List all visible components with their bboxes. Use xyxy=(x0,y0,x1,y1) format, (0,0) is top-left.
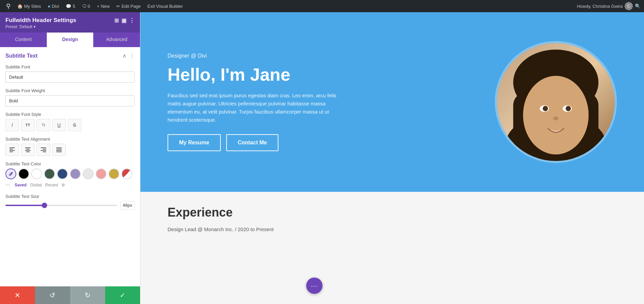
tab-content[interactable]: Content xyxy=(0,33,47,47)
gold-swatch[interactable] xyxy=(109,168,119,179)
plus-icon: + xyxy=(97,4,100,9)
layout-icon[interactable]: ⊞ xyxy=(114,17,119,24)
redo-button[interactable]: ↻ xyxy=(70,286,105,304)
tab-advanced[interactable]: Advanced xyxy=(93,33,140,47)
italic-button[interactable]: I xyxy=(5,119,19,131)
section-more-icon[interactable]: ⋮ xyxy=(129,53,135,59)
wp-logo-button[interactable]: ⚲ xyxy=(3,0,13,12)
svg-point-21 xyxy=(523,76,588,155)
red-swatch[interactable] xyxy=(121,168,132,179)
font-style-buttons: I TT Tt U S xyxy=(5,119,135,131)
experience-item-1: Design Lead @ Monarch Inc. / 2020 to Pre… xyxy=(168,226,617,232)
svg-rect-2 xyxy=(9,150,15,151)
black-swatch[interactable] xyxy=(18,168,29,179)
color-tab-global[interactable]: Global xyxy=(30,183,42,187)
white-swatch[interactable] xyxy=(31,168,42,179)
align-justify-button[interactable] xyxy=(52,144,66,156)
lavender-swatch[interactable] xyxy=(70,168,81,179)
color-settings-icon[interactable]: ⚙ xyxy=(61,183,65,187)
size-value[interactable]: 48px xyxy=(120,201,135,209)
house-icon: 🏠 xyxy=(17,4,23,9)
divi-icon: ● xyxy=(48,4,51,9)
color-swatches xyxy=(5,168,135,179)
capitalize-button[interactable]: Tt xyxy=(37,119,50,131)
search-icon[interactable]: 🔍 xyxy=(635,3,641,9)
pink-swatch[interactable] xyxy=(96,168,106,179)
svg-rect-4 xyxy=(25,147,31,148)
subtitle-color-label: Subtitle Text Color xyxy=(5,161,135,166)
svg-rect-9 xyxy=(43,149,46,149)
svg-rect-3 xyxy=(9,151,13,152)
subtitle-font-select[interactable]: Default Arial Georgia Helvetica Times Ne… xyxy=(5,72,135,83)
color-tab-recent[interactable]: Recent xyxy=(45,183,58,187)
svg-rect-5 xyxy=(26,149,30,149)
svg-rect-8 xyxy=(41,147,46,148)
svg-point-25 xyxy=(566,106,571,111)
uppercase-button[interactable]: TT xyxy=(21,119,35,131)
hero-buttons: My Resume Contact Me xyxy=(168,134,481,151)
svg-rect-6 xyxy=(25,150,31,151)
subtitle-size-group: Subtitle Text Size 48px xyxy=(5,194,135,209)
subtitle-color-group: Subtitle Text Color xyxy=(5,161,135,188)
lightgray-swatch[interactable] xyxy=(83,168,94,179)
panel-title-text: Fullwidth Header Settings xyxy=(5,17,76,24)
align-right-button[interactable] xyxy=(37,144,50,156)
comment-icon: 🗨 xyxy=(82,4,86,9)
user-info: Howdy, Christina Gwira C 🔍 xyxy=(577,2,641,10)
comments-button[interactable]: 💬 5 xyxy=(63,0,78,12)
svg-rect-14 xyxy=(56,150,62,151)
eyedropper-swatch[interactable] xyxy=(5,168,16,179)
contact-me-button[interactable]: Contact Me xyxy=(226,134,278,151)
subtitle-alignment-group: Subtitle Text Alignment xyxy=(5,137,135,156)
svg-rect-11 xyxy=(43,151,46,152)
size-slider-row: 48px xyxy=(5,201,135,209)
strikethrough-button[interactable]: S xyxy=(68,119,81,131)
more-colors-icon[interactable]: ··· xyxy=(5,181,11,188)
collapse-icon[interactable]: ∧ xyxy=(122,53,126,59)
my-sites-button[interactable]: 🏠 My Sites xyxy=(15,0,44,12)
hero-section: Designer @ Divi Hello, I'm Jane Faucibus… xyxy=(140,12,644,192)
experience-section: Experience Design Lead @ Monarch Inc. / … xyxy=(140,192,644,304)
align-left-button[interactable] xyxy=(5,144,19,156)
panel-footer: ✕ ↺ ↻ ✓ xyxy=(0,286,140,304)
hero-title: Hello, I'm Jane xyxy=(168,64,481,85)
admin-bar: ⚲ 🏠 My Sites ● Divi 💬 5 🗨 0 + New ✏ Edit… xyxy=(0,0,644,12)
edit-page-button[interactable]: ✏ Edit Page xyxy=(114,0,143,12)
alignment-buttons xyxy=(5,144,135,156)
navy-swatch[interactable] xyxy=(57,168,68,179)
slider-thumb[interactable] xyxy=(42,203,47,208)
new-button[interactable]: + New xyxy=(94,0,113,12)
my-resume-button[interactable]: My Resume xyxy=(168,134,221,151)
columns-icon[interactable]: ▣ xyxy=(121,17,126,24)
edit-bubble-dots-icon: ··· xyxy=(311,282,318,290)
more-options-icon[interactable]: ⋮ xyxy=(129,17,135,24)
size-slider-track xyxy=(5,205,117,206)
cancel-button[interactable]: ✕ xyxy=(0,286,35,304)
svg-rect-1 xyxy=(9,149,13,149)
save-button[interactable]: ✓ xyxy=(105,286,140,304)
avatar: C xyxy=(625,2,633,10)
panel-title-row: Fullwidth Header Settings ⊞ ▣ ⋮ xyxy=(5,17,135,24)
subtitle-font-weight-select[interactable]: Thin Light Regular Bold Extra Bold xyxy=(5,95,135,106)
panel-tabs: Content Design Advanced xyxy=(0,33,140,47)
svg-rect-15 xyxy=(56,151,62,152)
underline-button[interactable]: U xyxy=(52,119,66,131)
page-preview: Designer @ Divi Hello, I'm Jane Faucibus… xyxy=(140,12,644,304)
preset-label[interactable]: Preset: Default ▾ xyxy=(5,24,135,29)
exit-builder-button[interactable]: Exit Visual Builder xyxy=(145,0,186,12)
edit-bubble-button[interactable]: ··· xyxy=(306,278,323,294)
tab-design[interactable]: Design xyxy=(47,33,94,47)
svg-rect-7 xyxy=(26,151,30,152)
subtitle-font-weight-label: Subtitle Font Weight xyxy=(5,88,135,93)
darkgreen-swatch[interactable] xyxy=(44,168,55,179)
subtitle-font-style-group: Subtitle Font Style I TT Tt U S xyxy=(5,112,135,131)
comment-count-button[interactable]: 🗨 0 xyxy=(79,0,93,12)
align-center-button[interactable] xyxy=(21,144,35,156)
experience-title: Experience xyxy=(168,205,617,220)
color-tab-saved[interactable]: Saved xyxy=(15,183,26,187)
subtitle-section-title: Subtitle Text xyxy=(5,53,38,59)
slider-fill xyxy=(5,205,44,206)
divi-button[interactable]: ● Divi xyxy=(45,0,62,12)
hero-image xyxy=(495,41,617,163)
undo-button[interactable]: ↺ xyxy=(35,286,70,304)
